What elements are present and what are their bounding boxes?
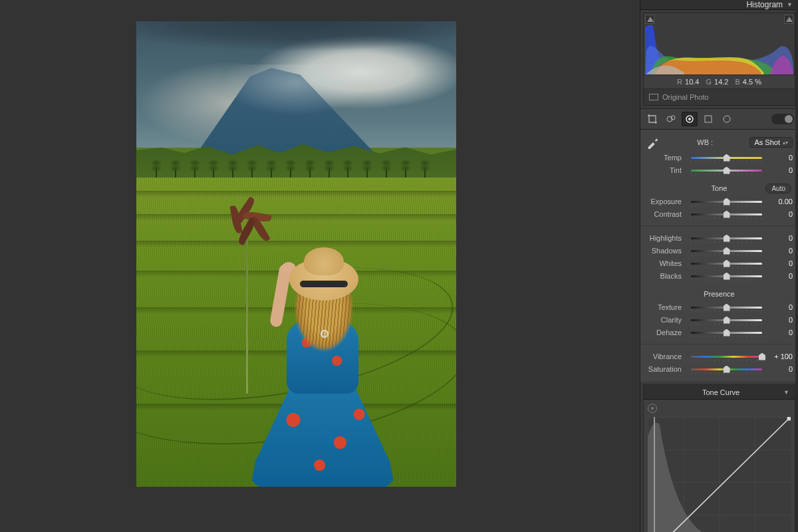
original-photo-icon: [649, 94, 658, 100]
blacks-slider[interactable]: [691, 272, 762, 280]
collapse-icon: ▼: [783, 389, 789, 396]
dehaze-slider-row: Dehaze0: [646, 326, 793, 338]
tone-curve-line: [648, 417, 791, 532]
local-adjust-toolstrip: [640, 108, 798, 130]
exposure-value[interactable]: 0.00: [766, 198, 793, 205]
radial-filter-tool-icon[interactable]: [719, 112, 735, 126]
texture-slider[interactable]: [691, 303, 762, 311]
editor-canvas[interactable]: [0, 0, 640, 532]
sample-cursor-icon: [321, 330, 329, 338]
histogram-svg: [645, 24, 793, 74]
basic-panel: WB : As Shot▴▾ Temp0Tint0 Tone Auto Expo…: [640, 130, 798, 382]
whites-slider-row: Whites0: [646, 257, 793, 269]
temp-label: Temp: [646, 154, 687, 162]
temp-slider-row: Temp0: [646, 151, 793, 164]
vibrance-value[interactable]: + 100: [766, 352, 793, 360]
spot-removal-tool-icon[interactable]: [663, 112, 679, 126]
contrast-slider[interactable]: [691, 210, 762, 218]
temp-slider[interactable]: [691, 154, 762, 162]
saturation-value[interactable]: 0: [766, 365, 793, 373]
tint-value[interactable]: 0: [766, 166, 793, 174]
whites-value[interactable]: 0: [766, 259, 793, 267]
texture-value[interactable]: 0: [766, 303, 793, 311]
contrast-value[interactable]: 0: [766, 210, 793, 218]
saturation-label: Saturation: [646, 365, 687, 373]
tone-curve-input-indicator: [654, 417, 655, 532]
whites-label: Whites: [646, 259, 687, 267]
svg-point-5: [724, 116, 730, 122]
svg-point-3: [688, 118, 691, 120]
dehaze-value[interactable]: 0: [766, 329, 793, 336]
shadows-label: Shadows: [646, 247, 687, 255]
highlights-slider[interactable]: [691, 234, 762, 242]
original-photo-toggle[interactable]: Original Photo: [644, 88, 795, 105]
graduated-filter-tool-icon[interactable]: [700, 112, 716, 126]
panel-scrollbar[interactable]: [795, 0, 798, 532]
contrast-slider-row: Contrast0: [646, 207, 793, 220]
blacks-value[interactable]: 0: [766, 272, 793, 280]
highlight-clip-indicator[interactable]: [784, 15, 793, 24]
tint-slider[interactable]: [691, 166, 762, 174]
highlights-slider-row: Highlights0: [646, 231, 793, 244]
saturation-slider-row: Saturation0: [646, 362, 793, 375]
clarity-slider-row: Clarity0: [646, 313, 793, 326]
svg-rect-8: [787, 417, 791, 420]
shadows-slider[interactable]: [691, 247, 762, 255]
collapse-icon: ▼: [787, 1, 793, 8]
develop-right-panel: Histogram ▼ R10.4 G14.2 B4.5 % Original …: [640, 0, 798, 532]
panel-switch-toggle[interactable]: [771, 114, 794, 124]
contrast-label: Contrast: [646, 210, 687, 218]
tone-section-label: Tone: [712, 184, 728, 192]
presence-section-label: Presence: [704, 290, 734, 298]
vibrance-label: Vibrance: [646, 352, 687, 360]
rgb-readout: R10.4 G14.2 B4.5 %: [644, 74, 795, 88]
white-balance-dropper-icon[interactable]: [646, 135, 660, 150]
wb-preset-select[interactable]: As Shot▴▾: [749, 137, 793, 148]
temp-value[interactable]: 0: [766, 154, 793, 162]
vibrance-slider-row: Vibrance+ 100: [646, 350, 793, 362]
svg-line-6: [648, 417, 791, 532]
texture-label: Texture: [646, 303, 687, 311]
clarity-value[interactable]: 0: [766, 316, 793, 324]
exposure-label: Exposure: [646, 198, 687, 205]
histogram-title: Histogram: [746, 0, 783, 9]
redeye-tool-icon[interactable]: [682, 112, 698, 126]
shadows-value[interactable]: 0: [766, 247, 793, 255]
svg-rect-4: [705, 116, 712, 122]
vibrance-slider[interactable]: [691, 352, 762, 360]
exposure-slider[interactable]: [691, 198, 762, 205]
blacks-slider-row: Blacks0: [646, 269, 793, 282]
wb-label: WB :: [666, 138, 744, 146]
photo-preview[interactable]: [136, 21, 456, 487]
point-curve-target-icon[interactable]: [648, 404, 657, 413]
clarity-label: Clarity: [646, 316, 687, 324]
blacks-label: Blacks: [646, 272, 687, 280]
tone-curve-graph[interactable]: [648, 417, 791, 532]
histogram-graph[interactable]: [644, 13, 795, 74]
tone-curve-header[interactable]: Tone Curve ▼: [644, 385, 795, 400]
shadow-clip-indicator[interactable]: [645, 15, 654, 24]
tint-label: Tint: [646, 166, 687, 174]
dehaze-label: Dehaze: [646, 329, 687, 336]
highlights-value[interactable]: 0: [766, 234, 793, 242]
clarity-slider[interactable]: [691, 316, 762, 324]
dehaze-slider[interactable]: [691, 329, 762, 336]
auto-tone-button[interactable]: Auto: [765, 184, 791, 194]
exposure-slider-row: Exposure0.00: [646, 195, 793, 207]
tone-curve-panel: Tone Curve ▼: [643, 384, 795, 532]
saturation-slider[interactable]: [691, 365, 762, 373]
shadows-slider-row: Shadows0: [646, 244, 793, 257]
texture-slider-row: Texture0: [646, 301, 793, 313]
highlights-label: Highlights: [646, 234, 687, 242]
histogram-header[interactable]: Histogram ▼: [640, 0, 798, 10]
histogram-panel: R10.4 G14.2 B4.5 % Original Photo: [643, 13, 795, 106]
crop-tool-icon[interactable]: [644, 112, 660, 126]
whites-slider[interactable]: [691, 259, 762, 267]
tint-slider-row: Tint0: [646, 164, 793, 176]
chevron-updown-icon: ▴▾: [783, 140, 788, 146]
